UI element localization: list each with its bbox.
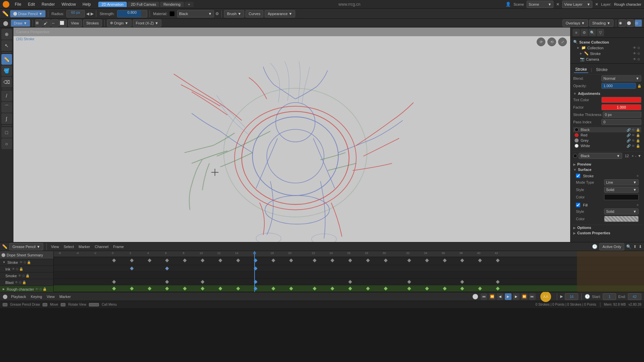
next-frame-btn[interactable]: ▶ — [513, 293, 520, 300]
curve-tool[interactable]: ⌒ — [1, 102, 12, 113]
eye-icon[interactable]: 👁 — [633, 46, 636, 50]
material-red[interactable]: Red 🔗👁🔒 — [573, 132, 641, 138]
opacity-bar[interactable]: 1.000 — [601, 83, 636, 89]
draw-mode-btn[interactable]: Draw▼ — [11, 19, 30, 27]
tint-swatch[interactable] — [601, 97, 641, 103]
rough-char-track-header[interactable]: ▶ Rough character 👁⊙🔒 — [0, 286, 53, 292]
pen-tool[interactable]: ∫ — [1, 113, 12, 124]
cursor-tool[interactable]: ⊕ — [1, 29, 12, 40]
x-icon2[interactable]: ✕ — [595, 2, 598, 7]
material-mode-icon[interactable]: ⬤ — [627, 19, 634, 27]
jump-start-btn[interactable]: ⏮ — [481, 293, 487, 300]
radius-up-icon[interactable]: ▶ — [91, 11, 94, 16]
nav-sphere-left[interactable]: ⟳ — [537, 38, 545, 46]
workspace-tab-add[interactable]: + — [184, 2, 193, 7]
smoke-track-header[interactable]: Smoke 👁⊙🔒 — [0, 273, 53, 279]
mat-lock-icon[interactable]: 🔒 — [636, 128, 640, 132]
frame-current-input[interactable]: 16 — [565, 293, 578, 300]
stroke-check-row[interactable]: Stroke ≡ — [575, 173, 640, 179]
stroke-item[interactable]: ▶ ✏️ Stroke 👁 ⊙ — [572, 51, 643, 56]
st-lock-icon[interactable]: 🔒 — [27, 260, 31, 264]
stroke-tab2[interactable]: Stroke — [595, 67, 609, 73]
timeline-marker-menu[interactable]: Marker — [77, 245, 91, 249]
mat-eye-icon[interactable]: 👁 — [632, 128, 635, 132]
view-btn[interactable]: View — [68, 19, 82, 27]
timeline-view-menu[interactable]: View — [50, 245, 60, 249]
timeline-sort-icon[interactable]: ⬆ — [633, 244, 637, 249]
fill-tool[interactable]: 🪣 — [1, 65, 12, 76]
material-grey[interactable]: Grey 🔗👁🔒 — [573, 138, 641, 143]
preview-header[interactable]: ▶ Preview — [572, 162, 643, 167]
timeline-more-icon[interactable]: ⬇ — [639, 244, 642, 249]
line-tool[interactable]: / — [1, 90, 12, 101]
nav-sphere-right[interactable]: ⤢ — [558, 38, 567, 46]
overlays-btn[interactable]: Overlays▼ — [562, 19, 588, 27]
playback-label[interactable]: Playback — [10, 295, 28, 299]
start-frame-input[interactable] — [603, 293, 616, 300]
appearance-btn[interactable]: Appearance▼ — [265, 10, 295, 17]
material-dropdown[interactable]: Black ▼ — [177, 10, 214, 17]
mat-more-icon[interactable]: ▼ — [638, 154, 641, 158]
material-black[interactable]: Black 🔗 👁 🔒 — [573, 127, 641, 132]
blast-track-header[interactable]: Blast 👁⊙🔒 — [0, 279, 53, 286]
outliner-icon[interactable]: ≡ — [573, 29, 580, 36]
fill-color-swatch[interactable] — [604, 216, 639, 222]
filter-icon[interactable]: ▽ — [597, 29, 604, 36]
active-mat-dropdown[interactable]: Black ▼ — [579, 153, 622, 159]
menu-render[interactable]: Render — [39, 1, 57, 7]
pass-index-val[interactable]: 0 — [601, 119, 641, 125]
cursor-icon[interactable]: ↔ — [51, 19, 59, 27]
strokes-btn[interactable]: Strokes — [83, 19, 102, 27]
menu-help[interactable]: Help — [80, 1, 94, 7]
paint-icon[interactable]: 🖌 — [43, 19, 51, 27]
fill-style-dropdown[interactable]: Solid▼ — [604, 208, 639, 215]
material-settings-icon[interactable]: ⚙ — [215, 11, 219, 16]
view-axis-btn[interactable]: Front (X-Z)▼ — [133, 19, 162, 27]
props-icon[interactable]: ⚙ — [581, 29, 588, 36]
surface-header[interactable]: ▼ Surface — [572, 167, 643, 172]
ink-track-header[interactable]: Ink 👁⊙🔒 — [0, 266, 53, 273]
timeline-filter-icon[interactable]: 🔍 — [626, 244, 631, 249]
mode-type-dropdown[interactable]: Line▼ — [604, 179, 639, 185]
draw-tool[interactable]: ✏️ — [1, 54, 12, 65]
camera-item[interactable]: 📷 Camera 👁 ⊙ — [572, 56, 643, 62]
stroke-checkbox[interactable] — [576, 174, 580, 178]
scene-dropdown[interactable]: Scene▼ — [527, 1, 553, 8]
stroke-list-icon[interactable]: ≡ — [637, 174, 639, 178]
collection-item[interactable]: ▶ 📁 Collection 👁 ⊙ — [572, 45, 643, 51]
stroke-sel-icon[interactable]: ⊙ — [637, 52, 640, 55]
timeline-select-menu[interactable]: Select — [62, 245, 75, 249]
timeline-frame-menu[interactable]: Frame — [112, 245, 125, 249]
menu-window[interactable]: Window — [59, 1, 78, 7]
circle-tool[interactable]: ○ — [1, 138, 12, 149]
render-mode-icon[interactable]: ◎ — [635, 19, 642, 27]
solid-mode-icon[interactable]: ◉ — [619, 19, 626, 27]
mat-link-icon[interactable]: 🔗 — [627, 128, 631, 132]
frame-icon[interactable]: ⬜ — [59, 19, 67, 27]
fill-check-row[interactable]: Fill ≡ — [575, 202, 640, 208]
timeline-keyframes[interactable]: -6 -4 -2 0 2 4 6 8 10 12 14 16 18 20 22 … — [54, 251, 644, 292]
rect-tool[interactable]: □ — [1, 127, 12, 138]
options-header[interactable]: ▶ Options — [572, 225, 643, 230]
exclude-icon[interactable]: ⊙ — [637, 46, 640, 50]
x-icon[interactable]: ✕ — [556, 2, 559, 7]
draw-pencil-btn[interactable]: ⬤ Draw Pencil ▼ — [10, 10, 46, 17]
grease-pencil-mode-btn[interactable]: Grease Pencil▼ — [9, 243, 43, 250]
stroke-eye-icon[interactable]: 👁 — [633, 52, 636, 55]
workspace-tab-2d-animation[interactable]: 2D Animation — [98, 2, 127, 7]
nav-sphere-mid[interactable]: ⟲ — [547, 38, 556, 46]
next-key-btn[interactable]: ⏩ — [521, 293, 528, 300]
fill-checkbox[interactable] — [576, 203, 580, 207]
search-icon[interactable]: 🔍 — [589, 29, 596, 36]
prev-frame-btn[interactable]: ◀ — [497, 293, 503, 300]
shading-btn[interactable]: Shading▼ — [589, 19, 613, 27]
workspace-tab-2d-full-canvas[interactable]: 2D Full Canvas — [127, 2, 159, 7]
menu-file[interactable]: File — [12, 1, 24, 7]
origin-btn[interactable]: ⊕Origin▼ — [107, 19, 131, 27]
marker-label[interactable]: Marker — [58, 295, 72, 299]
radius-input[interactable]: 60 px — [66, 10, 85, 17]
view-label[interactable]: View — [45, 295, 56, 299]
factor-bar[interactable]: 1.000 — [601, 104, 641, 110]
material-white[interactable]: White 🔗👁🔒 — [573, 143, 641, 148]
opacity-lock-icon[interactable]: 🔒 — [637, 84, 641, 88]
